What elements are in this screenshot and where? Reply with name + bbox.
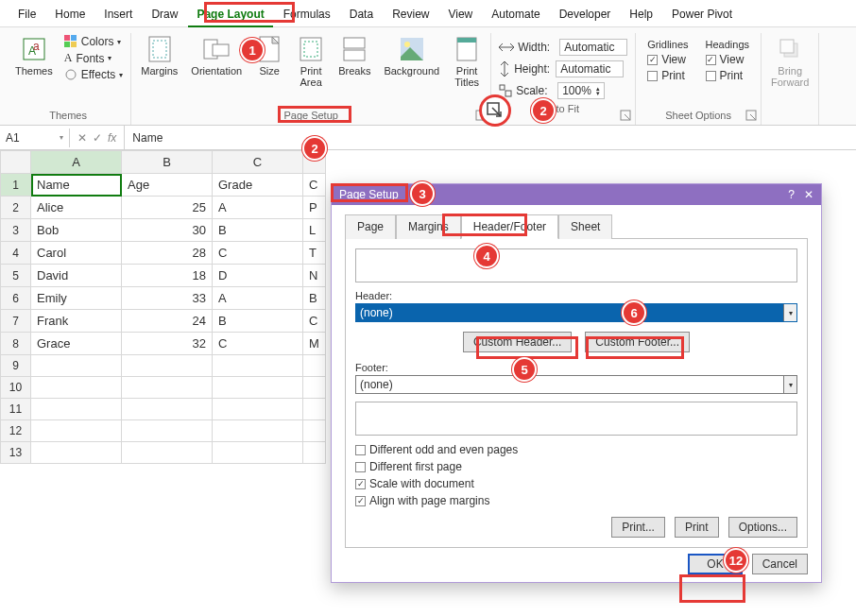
cell[interactable] <box>213 377 303 399</box>
tab-automate[interactable]: Automate <box>483 4 548 26</box>
name-box[interactable]: A1▾ <box>0 128 70 147</box>
cell[interactable]: Alice <box>31 197 122 219</box>
height-dropdown[interactable]: Automatic <box>556 60 624 77</box>
margins-button[interactable]: Margins <box>137 33 181 108</box>
diff-first-page-check[interactable]: Different first page <box>355 460 797 473</box>
sheet-options-launcher[interactable] <box>745 110 759 123</box>
headings-view-check[interactable]: ✓View <box>706 53 745 66</box>
tab-formulas[interactable]: Formulas <box>275 4 339 26</box>
cell[interactable] <box>122 355 213 377</box>
background-button[interactable]: Background <box>380 33 443 108</box>
cell[interactable]: C <box>303 310 326 333</box>
tab-file[interactable]: File <box>9 4 44 26</box>
print-titles-button[interactable]: Print Titles <box>449 33 485 108</box>
dialog-tab-page[interactable]: Page <box>345 214 396 239</box>
tab-draw[interactable]: Draw <box>143 4 186 26</box>
tab-view[interactable]: View <box>439 4 481 26</box>
cell[interactable]: M <box>303 333 326 355</box>
cell[interactable] <box>122 377 213 399</box>
size-button[interactable]: Size <box>251 33 287 108</box>
cell[interactable] <box>303 420 326 442</box>
row-head[interactable]: 13 <box>1 442 31 464</box>
close-icon[interactable]: ✕ <box>804 188 813 201</box>
print-area-button[interactable]: Print Area <box>293 33 329 108</box>
cell[interactable]: 25 <box>122 197 213 219</box>
effects-button[interactable]: Effects▾ <box>64 68 123 81</box>
row-head[interactable]: 3 <box>1 219 31 242</box>
cell[interactable]: 33 <box>122 287 213 310</box>
cell[interactable]: Grace <box>31 333 122 355</box>
dialog-tab-sheet[interactable]: Sheet <box>558 214 612 239</box>
tab-home[interactable]: Home <box>46 4 94 26</box>
cell[interactable]: 18 <box>122 265 213 287</box>
scale-with-doc-check[interactable]: ✓Scale with document <box>355 477 797 490</box>
breaks-button[interactable]: Breaks <box>334 33 374 108</box>
row-head[interactable]: 6 <box>1 287 31 310</box>
col-head-c[interactable]: C <box>213 151 303 174</box>
help-icon[interactable]: ? <box>788 188 795 201</box>
align-page-margins-check[interactable]: ✓Align with page margins <box>355 494 797 507</box>
cell[interactable]: L <box>303 219 326 242</box>
scale-launcher[interactable] <box>620 110 633 123</box>
col-head-d[interactable] <box>303 151 326 174</box>
cell[interactable]: C <box>213 242 303 265</box>
cell[interactable]: A <box>213 287 303 310</box>
row-head[interactable]: 12 <box>1 420 31 442</box>
cell[interactable] <box>303 399 326 420</box>
options-button[interactable]: Options... <box>728 517 797 538</box>
cell[interactable] <box>122 442 213 464</box>
cell[interactable]: 32 <box>122 333 213 355</box>
row-head[interactable]: 4 <box>1 242 31 265</box>
diff-odd-even-check[interactable]: Different odd and even pages <box>355 443 797 456</box>
cell[interactable]: B <box>303 287 326 310</box>
tab-data[interactable]: Data <box>341 4 382 26</box>
gridlines-print-check[interactable]: Print <box>647 69 685 82</box>
cell[interactable] <box>31 377 122 399</box>
cell[interactable]: David <box>31 265 122 287</box>
orientation-button[interactable]: Orientation <box>187 33 246 108</box>
col-head-b[interactable]: B <box>122 151 213 174</box>
row-head[interactable]: 11 <box>1 399 31 420</box>
header-dropdown[interactable]: (none)▾ <box>355 303 797 322</box>
headings-print-check[interactable]: Print <box>706 69 744 82</box>
fonts-button[interactable]: AFonts▾ <box>64 51 123 65</box>
custom-header-button[interactable]: Custom Header... <box>463 332 572 352</box>
cell[interactable] <box>31 420 122 442</box>
cell[interactable]: Age <box>122 174 213 197</box>
print-button[interactable]: Print... <box>611 517 665 538</box>
cell[interactable]: N <box>303 265 326 287</box>
tab-insert[interactable]: Insert <box>95 4 141 26</box>
cell[interactable] <box>303 355 326 377</box>
scale-spinner[interactable]: 100%▴▾ <box>557 82 605 99</box>
cell[interactable]: Name <box>31 174 122 197</box>
cell[interactable] <box>31 355 122 377</box>
dialog-tab-margins[interactable]: Margins <box>396 214 461 239</box>
cell[interactable]: 24 <box>122 310 213 333</box>
bring-forward-button[interactable]: Bring Forward <box>767 33 813 108</box>
width-dropdown[interactable]: Automatic <box>559 39 627 56</box>
col-head-a[interactable]: A <box>31 151 122 174</box>
cell[interactable]: Grade <box>213 174 303 197</box>
tab-page-layout[interactable]: Page Layout <box>188 4 272 26</box>
cell[interactable] <box>213 355 303 377</box>
gridlines-view-check[interactable]: ✓View <box>647 53 686 66</box>
cell[interactable] <box>213 442 303 464</box>
cell[interactable]: Frank <box>31 310 122 333</box>
cell[interactable] <box>213 399 303 420</box>
ok-button[interactable]: OK <box>688 554 742 574</box>
cell[interactable]: P <box>303 197 326 219</box>
print-preview-button[interactable]: Print <box>675 517 719 538</box>
cell[interactable] <box>122 399 213 420</box>
row-head[interactable]: 10 <box>1 377 31 399</box>
tab-power-pivot[interactable]: Power Pivot <box>663 4 741 26</box>
colors-button[interactable]: Colors▾ <box>64 35 123 48</box>
cell[interactable]: Emily <box>31 287 122 310</box>
row-head[interactable]: 2 <box>1 197 31 219</box>
footer-dropdown[interactable]: (none)▾ <box>355 375 797 394</box>
cell[interactable]: B <box>213 310 303 333</box>
dialog-tab-header-footer[interactable]: Header/Footer <box>461 214 558 239</box>
cell[interactable] <box>31 399 122 420</box>
cell[interactable] <box>122 420 213 442</box>
cell[interactable] <box>213 420 303 442</box>
fx-icon[interactable]: fx <box>108 131 116 145</box>
